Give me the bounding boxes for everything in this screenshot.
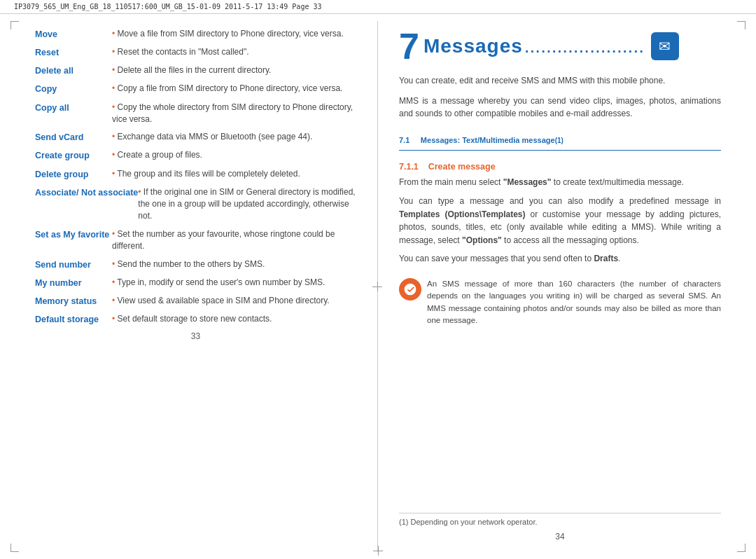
def-desc: Delete all the files in the current dire… (112, 64, 356, 77)
right-page-inner: 7 Messages ...................... ✉ You … (399, 28, 721, 545)
list-item: Delete allDelete all the files in the cu… (35, 64, 356, 77)
body-text-2: You can type a message and you can also … (399, 195, 721, 247)
def-term: Create group (35, 149, 112, 162)
list-item: Memory statusView used & available space… (35, 295, 356, 308)
corner-mark-br (737, 544, 746, 552)
list-item: Associate/ Not associateIf the original … (35, 186, 356, 223)
def-desc: Set default storage to store new contact… (112, 313, 356, 326)
chapter-number: 7 (399, 28, 419, 64)
list-item: ResetReset the contacts in "Most called"… (35, 46, 356, 59)
def-desc: Set the number as your favourite, whose … (112, 228, 356, 253)
def-term: Delete group (35, 168, 112, 181)
note-icon (399, 278, 421, 301)
content-area: MoveMove a file from SIM directory to Ph… (0, 14, 756, 559)
def-term: Memory status (35, 295, 112, 308)
def-desc: Create a group of files. (112, 149, 356, 162)
left-page-number: 33 (35, 331, 356, 345)
definition-list: MoveMove a file from SIM directory to Ph… (35, 28, 356, 326)
def-desc: The group and its files will be complete… (112, 168, 356, 181)
footnote-area: (1) Depending on your network operator. (399, 513, 721, 526)
body-text-1: From the main menu select "Messages" to … (399, 176, 721, 189)
def-term: Copy (35, 83, 112, 95)
chapter-title-block: Messages ...................... (424, 35, 644, 57)
def-term: Send vCard (35, 131, 112, 144)
intro-text-2: MMS is a message whereby you can send vi… (399, 95, 721, 120)
right-page: 7 Messages ...................... ✉ You … (378, 21, 756, 552)
list-item: Send vCardExchange data via MMS or Bluet… (35, 131, 356, 144)
def-desc: Send the number to the others by SMS. (112, 258, 356, 271)
left-page: MoveMove a file from SIM directory to Ph… (0, 21, 378, 552)
def-term: Move (35, 28, 112, 41)
def-term: Default storage (35, 313, 112, 326)
def-desc: Exchange data via MMS or Bluetooth (see … (112, 131, 356, 144)
messages-icon: ✉ (651, 32, 679, 60)
def-term: Reset (35, 46, 112, 59)
def-term: Delete all (35, 64, 112, 77)
def-desc: If the original one in SIM or General di… (138, 186, 356, 223)
def-desc: Reset the contacts in "Most called". (112, 46, 356, 59)
list-item: Delete groupThe group and its files will… (35, 168, 356, 181)
def-desc: Copy a file from SIM directory to Phone … (112, 83, 356, 95)
def-desc: Type in, modify or send the user's own n… (112, 277, 356, 289)
def-desc: View used & available space in SIM and P… (112, 295, 356, 308)
section-71-title: Messages: Text/Multimedia message (421, 136, 555, 144)
page-container: IP3079_565_UM_Eng_GB_18_110517:600_UM_GB… (0, 0, 756, 559)
list-item: Copy allCopy the whole directory from SI… (35, 102, 356, 126)
list-item: My numberType in, modify or send the use… (35, 277, 356, 289)
def-term: Set as My favorite (35, 228, 112, 253)
header-text: IP3079_565_UM_Eng_GB_18_110517:600_UM_GB… (14, 3, 322, 11)
section-711-title: Create message (428, 162, 496, 172)
note-box: An SMS message of more than 160 characte… (399, 278, 721, 326)
list-item: MoveMove a file from SIM directory to Ph… (35, 28, 356, 41)
footnote-text: (1) Depending on your network operator. (399, 518, 538, 526)
def-term: Associate/ Not associate (35, 186, 138, 223)
list-item: Send numberSend the number to the others… (35, 258, 356, 271)
corner-mark-tr (737, 21, 746, 29)
chapter-title-text: Messages (424, 35, 523, 57)
def-term: Send number (35, 258, 112, 271)
reg-mark-bottom (373, 546, 383, 555)
section-71-header: 7.1 Messages: Text/Multimedia message(1) (399, 136, 721, 151)
header-bar: IP3079_565_UM_Eng_GB_18_110517:600_UM_GB… (0, 0, 756, 14)
def-term: Copy all (35, 102, 112, 126)
list-item: Create groupCreate a group of files. (35, 149, 356, 162)
section-71-number: 7.1 (399, 136, 410, 144)
list-item: Set as My favoriteSet the number as your… (35, 228, 356, 253)
reg-mark-center (372, 282, 382, 291)
note-text: An SMS message of more than 160 characte… (427, 278, 721, 326)
section-711-number: 7.1.1 (399, 162, 419, 172)
list-item: CopyCopy a file from SIM directory to Ph… (35, 83, 356, 95)
def-desc: Copy the whole directory from SIM direct… (112, 102, 356, 126)
intro-text-1: You can create, edit and receive SMS and… (399, 74, 721, 88)
body-text-3: You can save your messages that you send… (399, 252, 721, 265)
corner-mark-tl (10, 21, 19, 29)
def-desc: Move a file from SIM directory to Phone … (112, 28, 356, 41)
list-item: Default storageSet default storage to st… (35, 313, 356, 326)
right-page-number: 34 (399, 532, 721, 545)
chapter-header: 7 Messages ...................... ✉ (399, 28, 721, 64)
chapter-dots: ...................... (524, 35, 644, 57)
section-711-header: 7.1.1 Create message (399, 162, 721, 172)
def-term: My number (35, 277, 112, 289)
section-71-superscript: (1) (555, 137, 564, 144)
corner-mark-bl (10, 544, 19, 552)
